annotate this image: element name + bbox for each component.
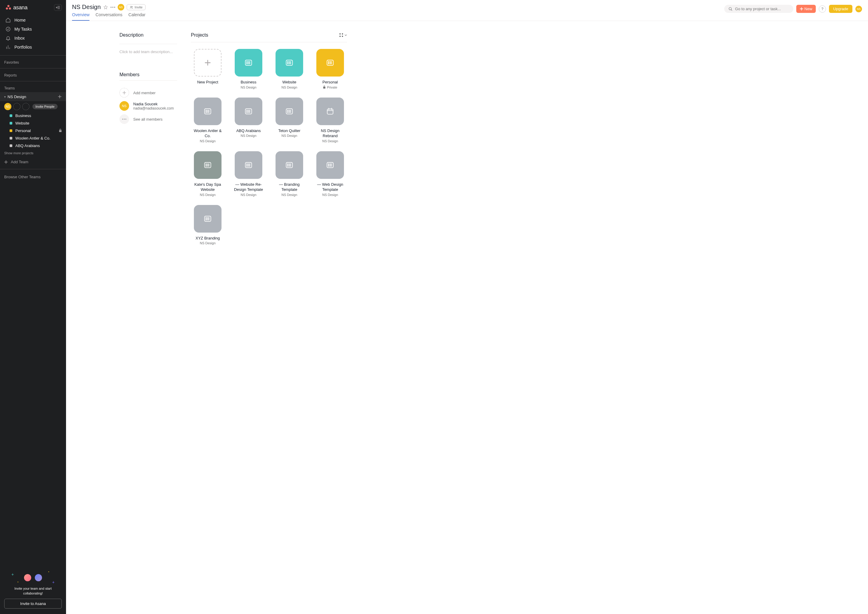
project-card[interactable]: Kate's Day Spa WebsiteNS Design bbox=[191, 151, 225, 197]
projects-heading: Projects bbox=[191, 33, 208, 38]
project-name: Business bbox=[241, 79, 257, 85]
project-card[interactable]: Woolen Antler & Co.NS Design bbox=[191, 98, 225, 143]
project-label: ABQ Arabians bbox=[15, 143, 40, 148]
project-name: New Project bbox=[197, 79, 218, 85]
add-project-icon[interactable] bbox=[57, 94, 62, 99]
upgrade-button[interactable]: Upgrade bbox=[829, 5, 852, 13]
project-color-dot bbox=[9, 129, 12, 132]
chevron-down-icon bbox=[344, 34, 347, 36]
project-card[interactable]: — Branding TemplateNS Design bbox=[273, 151, 306, 197]
plus-icon bbox=[4, 160, 8, 164]
sidebar-project-item[interactable]: Personal bbox=[0, 127, 66, 135]
svg-point-57 bbox=[329, 164, 329, 164]
tab-overview[interactable]: Overview bbox=[72, 12, 90, 21]
invite-button[interactable]: Invite bbox=[127, 4, 146, 10]
user-avatar[interactable]: NS bbox=[856, 6, 862, 12]
tab-conversations[interactable]: Conversations bbox=[95, 12, 122, 21]
svg-point-47 bbox=[206, 166, 206, 166]
project-tile bbox=[276, 49, 303, 76]
avatar: NS bbox=[119, 101, 129, 111]
description-input[interactable]: Click to add team description... bbox=[119, 50, 177, 54]
nav-my-tasks[interactable]: My Tasks bbox=[0, 25, 66, 34]
svg-point-0 bbox=[8, 5, 9, 7]
see-all-members-button[interactable]: See all members bbox=[119, 113, 177, 126]
project-label: Woolen Antler & Co. bbox=[15, 136, 50, 140]
project-card[interactable]: BusinessNS Design bbox=[232, 49, 265, 89]
project-subtitle: NS Design bbox=[322, 139, 338, 143]
project-tile bbox=[194, 151, 222, 179]
star-button[interactable] bbox=[103, 5, 108, 9]
sidebar: asana Home My Tasks Inbox Portfolios bbox=[0, 0, 66, 614]
empty-avatar-slot[interactable] bbox=[22, 103, 29, 110]
view-toggle-button[interactable] bbox=[339, 33, 347, 37]
nav-portfolios[interactable]: Portfolios bbox=[0, 43, 66, 52]
more-button[interactable] bbox=[110, 6, 115, 8]
lock-icon bbox=[59, 129, 62, 133]
svg-point-54 bbox=[288, 165, 288, 165]
home-icon bbox=[5, 17, 11, 23]
project-name: Woolen Antler & Co. bbox=[191, 128, 225, 139]
team-avatar[interactable]: NS bbox=[118, 4, 124, 11]
svg-point-1 bbox=[6, 8, 8, 9]
members-heading: Members bbox=[119, 72, 177, 78]
logo-text: asana bbox=[13, 5, 28, 11]
svg-rect-16 bbox=[339, 36, 341, 37]
team-row[interactable]: ▾ NS Design bbox=[0, 92, 66, 101]
collapse-sidebar-button[interactable] bbox=[54, 4, 62, 11]
new-button[interactable]: New bbox=[796, 5, 816, 13]
logo[interactable]: asana bbox=[5, 5, 28, 11]
empty-avatar-slot[interactable] bbox=[13, 103, 20, 110]
project-card[interactable]: XYZ BrandingNS Design bbox=[191, 205, 225, 245]
browse-teams-link[interactable]: Browse Other Teams bbox=[0, 171, 66, 183]
sidebar-project-item[interactable]: Website bbox=[0, 119, 66, 127]
nav-home[interactable]: Home bbox=[0, 16, 66, 25]
project-card[interactable]: PersonalPrivate bbox=[313, 49, 347, 89]
add-member-button[interactable]: Add member bbox=[119, 86, 177, 99]
sidebar-project-item[interactable]: ABQ Arabians bbox=[0, 142, 66, 149]
project-subtitle: NS Design bbox=[241, 85, 257, 89]
project-card[interactable]: NS Design RebrandNS Design bbox=[313, 98, 347, 143]
member-email: nadia@nadiasoucek.com bbox=[133, 106, 174, 110]
project-name: — Branding Template bbox=[273, 182, 306, 192]
svg-point-12 bbox=[124, 119, 125, 120]
team-members-row: NS Invite People bbox=[0, 101, 66, 112]
project-subtitle: NS Design bbox=[282, 193, 298, 197]
svg-point-2 bbox=[9, 8, 11, 9]
sidebar-project-item[interactable]: Woolen Antler & Co. bbox=[0, 135, 66, 142]
show-more-projects[interactable]: Show more projects bbox=[0, 149, 66, 157]
promo-text: Invite your team and start collaborating… bbox=[4, 586, 62, 596]
project-card[interactable]: — Website Re-Design TemplateNS Design bbox=[232, 151, 265, 197]
search-input[interactable] bbox=[735, 6, 789, 11]
svg-rect-4 bbox=[59, 130, 62, 132]
project-card[interactable]: — Web Design TemplateNS Design bbox=[313, 151, 347, 197]
project-card[interactable]: Teton QuilterNS Design bbox=[273, 98, 306, 143]
svg-point-40 bbox=[288, 110, 288, 110]
reports-header[interactable]: Reports bbox=[0, 70, 66, 79]
svg-point-49 bbox=[247, 164, 247, 164]
invite-to-asana-button[interactable]: Invite to Asana bbox=[4, 599, 62, 609]
project-card[interactable]: WebsiteNS Design bbox=[273, 49, 306, 89]
search-box[interactable] bbox=[724, 5, 793, 13]
project-subtitle: NS Design bbox=[282, 134, 298, 138]
project-label: Business bbox=[15, 113, 31, 118]
avatar[interactable]: NS bbox=[4, 103, 11, 110]
help-button[interactable]: ? bbox=[819, 5, 826, 12]
project-subtitle: NS Design bbox=[241, 193, 257, 197]
member-row[interactable]: NS Nadia Soucek nadia@nadiasoucek.com bbox=[119, 99, 177, 113]
tab-calendar[interactable]: Calendar bbox=[129, 12, 146, 21]
svg-point-3 bbox=[6, 27, 10, 31]
divider bbox=[119, 81, 177, 81]
star-icon bbox=[103, 5, 108, 9]
add-team-button[interactable]: Add Team bbox=[0, 157, 66, 167]
svg-point-23 bbox=[288, 62, 288, 62]
favorites-header[interactable]: Favorites bbox=[0, 57, 66, 66]
invite-people-button[interactable]: Invite People bbox=[33, 104, 57, 109]
svg-point-63 bbox=[206, 219, 206, 220]
member-name: Nadia Soucek bbox=[133, 102, 174, 106]
project-name: Teton Quilter bbox=[278, 128, 301, 133]
people-icon bbox=[130, 5, 133, 9]
project-card[interactable]: ABQ ArabiansNS Design bbox=[232, 98, 265, 143]
sidebar-project-item[interactable]: Business bbox=[0, 112, 66, 119]
nav-inbox[interactable]: Inbox bbox=[0, 34, 66, 43]
new-project-card[interactable]: New Project bbox=[191, 49, 225, 89]
